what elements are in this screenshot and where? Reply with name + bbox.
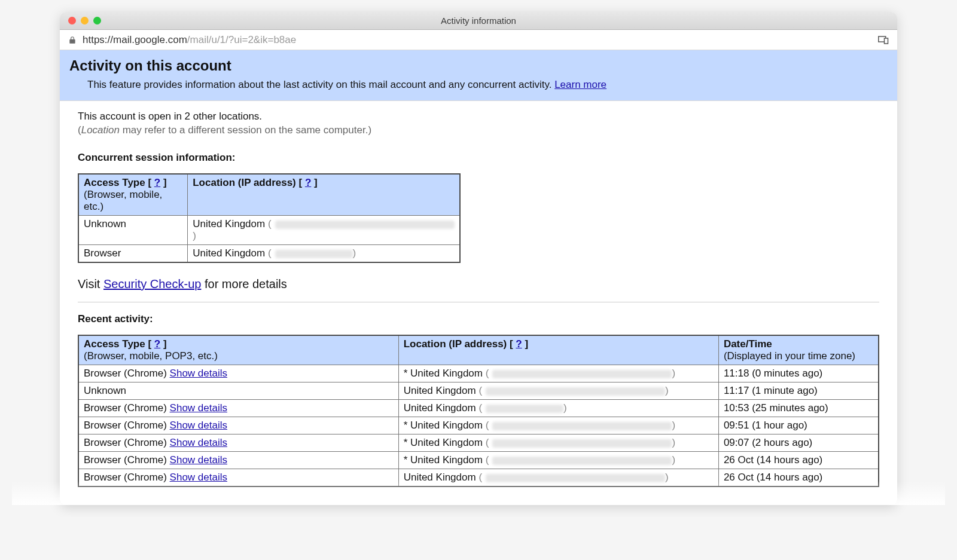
cell-access: Browser (Chrome) Show details xyxy=(78,434,398,452)
page-header: Activity on this account This feature pr… xyxy=(60,50,897,101)
redacted-ip xyxy=(275,221,455,229)
redacted-ip xyxy=(492,457,672,465)
table-row: Browser (Chrome) Show details* United Ki… xyxy=(78,452,879,469)
security-checkup-link[interactable]: Security Check-up xyxy=(103,277,201,290)
th-recent-location: Location (IP address) [ ? ] xyxy=(398,335,718,365)
cell-access: Unknown xyxy=(78,216,188,245)
table-row: Browser (Chrome) Show details* United Ki… xyxy=(78,434,879,452)
browser-window: Activity information https://mail.google… xyxy=(60,12,897,505)
recent-location-help-link[interactable]: ? xyxy=(516,338,522,350)
maximize-window-button[interactable] xyxy=(93,17,101,25)
table-row: UnknownUnited Kingdom ()11:17 (1 minute … xyxy=(78,382,879,400)
cell-location: United Kingdom () xyxy=(188,216,460,245)
cell-datetime: 26 Oct (14 hours ago) xyxy=(718,452,879,469)
show-details-link[interactable]: Show details xyxy=(170,402,227,414)
show-details-link[interactable]: Show details xyxy=(170,420,227,431)
cell-datetime: 09:51 (1 hour ago) xyxy=(718,417,879,434)
table-row: Browser (Chrome) Show detailsUnited King… xyxy=(78,469,879,487)
window-controls xyxy=(60,17,101,25)
show-details-link[interactable]: Show details xyxy=(170,368,227,379)
table-row: Browser (Chrome) Show detailsUnited King… xyxy=(78,400,879,417)
page-subtitle: This feature provides information about … xyxy=(69,79,888,91)
window-title: Activity information xyxy=(60,16,897,26)
lock-icon xyxy=(68,36,77,44)
page-title: Activity on this account xyxy=(69,57,888,74)
table-row: BrowserUnited Kingdom () xyxy=(78,245,460,263)
redacted-ip xyxy=(486,387,665,396)
cell-datetime: 11:17 (1 minute ago) xyxy=(718,382,879,400)
cell-location: United Kingdom () xyxy=(398,400,718,417)
redacted-ip xyxy=(492,370,672,378)
cell-datetime: 10:53 (25 minutes ago) xyxy=(718,400,879,417)
location-note: (Location may refer to a different sessi… xyxy=(78,124,879,136)
concurrent-sessions-table: Access Type [ ? ] (Browser, mobile, etc.… xyxy=(78,173,461,263)
url-host: https://mail.google.com xyxy=(83,34,187,45)
cell-access: Browser xyxy=(78,245,188,263)
th-recent-access: Access Type [ ? ] (Browser, mobile, POP3… xyxy=(78,335,398,365)
th-recent-datetime: Date/Time (Displayed in your time zone) xyxy=(718,335,879,365)
cell-access: Browser (Chrome) Show details xyxy=(78,417,398,434)
cell-datetime: 11:18 (0 minutes ago) xyxy=(718,365,879,382)
show-details-link[interactable]: Show details xyxy=(170,437,227,448)
show-details-link[interactable]: Show details xyxy=(170,454,227,466)
redacted-ip xyxy=(492,422,672,430)
cell-location: * United Kingdom () xyxy=(398,365,718,382)
th-access-type: Access Type [ ? ] (Browser, mobile, etc.… xyxy=(78,174,188,216)
concurrent-section-title: Concurrent session information: xyxy=(78,152,879,164)
table-row: UnknownUnited Kingdom () xyxy=(78,216,460,245)
main-content: This account is open in 2 other location… xyxy=(60,101,897,505)
open-locations-text: This account is open in 2 other location… xyxy=(78,111,879,123)
cell-access: Browser (Chrome) Show details xyxy=(78,365,398,382)
redacted-ip xyxy=(275,250,353,258)
access-type-help-link[interactable]: ? xyxy=(154,177,160,188)
cell-access: Browser (Chrome) Show details xyxy=(78,469,398,487)
location-help-link[interactable]: ? xyxy=(305,177,311,188)
address-bar[interactable]: https://mail.google.com/mail/u/1/?ui=2&i… xyxy=(60,30,897,50)
table-row: Browser (Chrome) Show details* United Ki… xyxy=(78,417,879,434)
cell-datetime: 26 Oct (14 hours ago) xyxy=(718,469,879,487)
security-checkup-line: Visit Security Check-up for more details xyxy=(78,277,879,291)
svg-rect-1 xyxy=(885,38,888,44)
cell-access: Browser (Chrome) Show details xyxy=(78,400,398,417)
recent-activity-title: Recent activity: xyxy=(78,313,879,325)
show-details-link[interactable]: Show details xyxy=(170,472,227,483)
titlebar: Activity information xyxy=(60,12,897,30)
cell-location: United Kingdom () xyxy=(398,382,718,400)
url-text: https://mail.google.com/mail/u/1/?ui=2&i… xyxy=(83,34,296,46)
close-window-button[interactable] xyxy=(68,17,76,25)
redacted-ip xyxy=(486,474,665,482)
recent-access-help-link[interactable]: ? xyxy=(154,338,160,350)
cell-location: * United Kingdom () xyxy=(398,417,718,434)
url-path: /mail/u/1/?ui=2&ik=b8ae xyxy=(187,34,296,45)
table-row: Browser (Chrome) Show details* United Ki… xyxy=(78,365,879,382)
cell-access: Unknown xyxy=(78,382,398,400)
cell-access: Browser (Chrome) Show details xyxy=(78,452,398,469)
recent-activity-table: Access Type [ ? ] (Browser, mobile, POP3… xyxy=(78,335,879,487)
subtitle-text: This feature provides information about … xyxy=(87,79,554,90)
th-location: Location (IP address) [ ? ] xyxy=(188,174,460,216)
cell-location: United Kingdom () xyxy=(188,245,460,263)
learn-more-link[interactable]: Learn more xyxy=(554,79,606,90)
cell-location: * United Kingdom () xyxy=(398,452,718,469)
responsive-mode-icon[interactable] xyxy=(878,36,889,44)
cell-location: United Kingdom () xyxy=(398,469,718,487)
cell-location: * United Kingdom () xyxy=(398,434,718,452)
divider xyxy=(78,302,879,302)
redacted-ip xyxy=(492,439,672,448)
redacted-ip xyxy=(486,405,563,413)
cell-datetime: 09:07 (2 hours ago) xyxy=(718,434,879,452)
minimize-window-button[interactable] xyxy=(81,17,89,25)
